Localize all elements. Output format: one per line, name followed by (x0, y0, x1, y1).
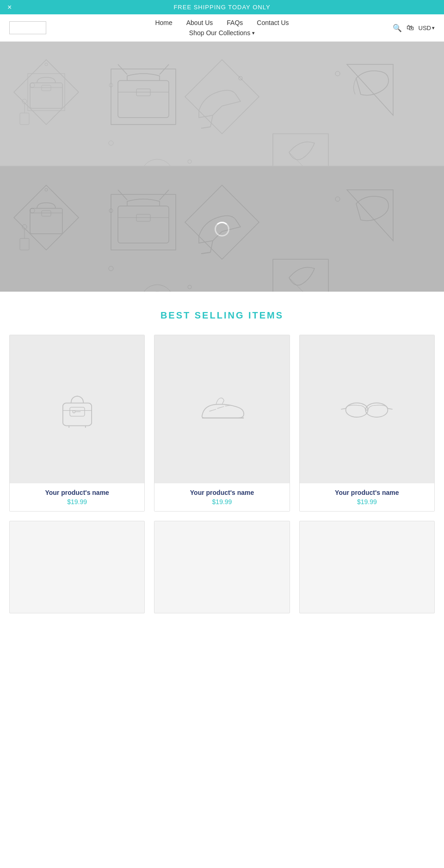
product-card-3[interactable]: Your product's name $19.99 (299, 335, 435, 512)
cart-button[interactable]: 🛍 (407, 24, 414, 32)
product-card-5[interactable] (154, 521, 290, 613)
hero-banner-2 (0, 167, 444, 292)
product-name-1: Your product's name (15, 489, 139, 496)
product-info-2: Your product's name $19.99 (154, 483, 289, 511)
loading-spinner (215, 222, 229, 237)
logo (9, 21, 46, 34)
backpack-icon (49, 391, 105, 428)
cart-icon: 🛍 (407, 24, 414, 31)
product-name-2: Your product's name (160, 489, 284, 496)
announcement-bar: × FREE SHIPPING TODAY ONLY (0, 0, 444, 14)
currency-selector[interactable]: USD ▾ (419, 25, 435, 31)
product-info-1: Your product's name $19.99 (10, 483, 144, 511)
glasses-icon (339, 391, 395, 428)
sneaker-icon (194, 391, 250, 428)
currency-label: USD (419, 25, 431, 31)
nav-bottom-row: Shop Our Collections ▾ (189, 29, 255, 37)
announcement-text: FREE SHIPPING TODAY ONLY (173, 4, 270, 11)
product-image-1 (10, 335, 144, 483)
svg-rect-60 (63, 403, 92, 426)
product-card-2[interactable]: Your product's name $19.99 (154, 335, 290, 512)
product-price-1: $19.99 (15, 498, 139, 506)
nav-contact[interactable]: Contact Us (257, 19, 289, 26)
hero-banner-1-svg (0, 42, 444, 166)
product-price-3: $19.99 (305, 498, 429, 506)
header: Home About Us FAQs Contact Us Shop Our C… (0, 14, 444, 42)
best-selling-title: BEST SELLING ITEMS (9, 310, 435, 321)
product-image-3 (300, 335, 434, 483)
product-card-1[interactable]: Your product's name $19.99 (9, 335, 145, 512)
nav-faqs[interactable]: FAQs (227, 19, 243, 26)
svg-line-71 (388, 408, 393, 409)
main-nav: Home About Us FAQs Contact Us Shop Our C… (155, 19, 289, 37)
collections-chevron-icon: ▾ (252, 30, 255, 36)
products-grid: Your product's name $19.99 Your product'… (9, 335, 435, 613)
product-name-3: Your product's name (305, 489, 429, 496)
search-icon: 🔍 (393, 24, 402, 32)
svg-point-63 (73, 411, 75, 413)
svg-line-70 (341, 408, 346, 409)
currency-chevron-icon: ▾ (432, 25, 435, 31)
product-image-2 (154, 335, 289, 483)
product-card-6[interactable] (299, 521, 435, 613)
hero-banner-1 (0, 42, 444, 167)
best-selling-section: BEST SELLING ITEMS Your produc (0, 292, 444, 623)
nav-top-row: Home About Us FAQs Contact Us (155, 19, 289, 26)
nav-collections[interactable]: Shop Our Collections (189, 29, 250, 37)
nav-about[interactable]: About Us (186, 19, 213, 26)
nav-home[interactable]: Home (155, 19, 172, 26)
product-price-2: $19.99 (160, 498, 284, 506)
close-announcement-button[interactable]: × (7, 4, 12, 11)
product-card-4[interactable] (9, 521, 145, 613)
header-icons: 🔍 🛍 USD ▾ (393, 24, 435, 32)
product-info-3: Your product's name $19.99 (300, 483, 434, 511)
search-button[interactable]: 🔍 (393, 24, 402, 32)
